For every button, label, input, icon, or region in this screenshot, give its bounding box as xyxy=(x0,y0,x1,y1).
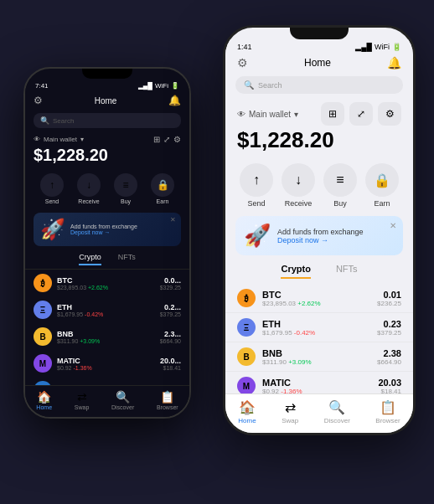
light-title: Home xyxy=(248,57,387,69)
light-nav-home[interactable]: 🏠 Home xyxy=(238,399,256,424)
dark-notifications-icon[interactable]: 🔔 xyxy=(168,95,181,106)
light-signal-icon: ▂▄█ xyxy=(355,43,372,51)
light-tab-crypto[interactable]: Crypto xyxy=(281,264,310,279)
dark-home-icon: 🏠 xyxy=(37,390,51,404)
dark-btc-row[interactable]: ₿ BTC $23,895.03 +2.62% 0.0... $329.25 xyxy=(25,270,189,296)
light-copy-icon[interactable]: ⊞ xyxy=(321,102,344,126)
dark-earn-button[interactable]: 🔒 Earn xyxy=(151,173,174,204)
dark-browser-icon: 📋 xyxy=(160,390,174,404)
light-search-bar[interactable]: 🔍 Search xyxy=(235,76,403,94)
light-deposit-link[interactable]: Deposit now → xyxy=(277,236,364,244)
phones-container: 7:41 ▂▄█ WiFi 🔋 ⚙ Home 🔔 🔍 Search 👁 Main… xyxy=(0,0,434,504)
light-status-bar: 1:41 ▂▄█ WiFi 🔋 xyxy=(225,39,413,53)
dark-btc-icon: ₿ xyxy=(34,274,52,292)
dark-dropdown-icon[interactable]: ▾ xyxy=(80,136,84,143)
dark-buy-button[interactable]: ≡ Buy xyxy=(114,173,137,204)
dark-swap-icon: ⇄ xyxy=(77,390,87,404)
light-dropdown-icon[interactable]: ▾ xyxy=(294,110,298,119)
light-eth-info: ETH $1,679.95 -0.42% xyxy=(262,319,370,337)
light-earn-button[interactable]: 🔒 Earn xyxy=(365,163,399,208)
light-bnb-info: BNB $311.90 +3.09% xyxy=(262,348,370,366)
light-search-icon: 🔍 xyxy=(244,80,254,90)
dark-copy-icon[interactable]: ⊞ xyxy=(153,135,160,144)
dark-eth-icon: Ξ xyxy=(34,301,52,319)
dark-receive-button[interactable]: ↓ Receive xyxy=(77,173,101,204)
dark-wallet-settings-icon[interactable]: ⚙ xyxy=(173,135,181,144)
light-banner-close[interactable]: ✕ xyxy=(390,221,396,230)
light-wallet-settings-icon[interactable]: ⚙ xyxy=(378,102,401,126)
light-swap-icon: ⇄ xyxy=(285,399,296,415)
dark-banner-content: Add funds from exchange Deposit now → xyxy=(70,224,137,235)
light-actions: ↑ Send ↓ Receive ≡ Buy 🔒 Earn xyxy=(225,158,413,213)
dark-nav-home[interactable]: 🏠 Home xyxy=(36,390,52,410)
light-header: ⚙ Home 🔔 xyxy=(225,53,413,73)
dark-banner-close[interactable]: ✕ xyxy=(170,216,176,224)
dark-banner-text: Add funds from exchange xyxy=(70,224,137,229)
dark-eye-icon: 👁 xyxy=(34,136,40,143)
dark-banner-emoji: 🚀 xyxy=(40,218,65,241)
dark-matic-row[interactable]: M MATIC $0.92 -1.36% 20.0... $18.41 xyxy=(25,350,189,377)
dark-send-icon: ↑ xyxy=(40,173,64,197)
light-balance: $1,228.20 xyxy=(237,127,401,153)
light-settings-icon[interactable]: ⚙ xyxy=(237,56,248,69)
light-send-button[interactable]: ↑ Send xyxy=(240,163,273,208)
light-battery-icon: 🔋 xyxy=(392,43,401,51)
dark-settings-icon[interactable]: ⚙ xyxy=(34,95,43,106)
dark-nav-discover[interactable]: 🔍 Discover xyxy=(111,390,134,410)
dark-tab-nfts[interactable]: NFTs xyxy=(118,253,136,265)
dark-time: 7:41 xyxy=(35,82,49,90)
dark-receive-icon: ↓ xyxy=(77,173,101,197)
light-banner-text: Add funds from exchange xyxy=(277,228,364,236)
dark-tab-crypto[interactable]: Crypto xyxy=(79,253,101,265)
light-wallet-section: 👁 Main wallet ▾ ⊞ ⤢ ⚙ $1,228.20 xyxy=(225,97,413,158)
dark-actions: ↑ Send ↓ Receive ≡ Buy 🔒 Earn xyxy=(25,168,189,209)
dark-expand-icon[interactable]: ⤢ xyxy=(163,135,170,144)
dark-matic-info: MATIC $0.92 -1.36% xyxy=(57,357,155,371)
dark-search-bar[interactable]: 🔍 Search xyxy=(34,113,181,128)
light-banner: 🚀 Add funds from exchange Deposit now → … xyxy=(235,216,403,255)
light-receive-button[interactable]: ↓ Receive xyxy=(282,163,315,208)
light-nav-browser[interactable]: 📋 Browser xyxy=(375,399,400,424)
dark-eth-row[interactable]: Ξ ETH $1,679.95 -0.42% 0.2... $379.25 xyxy=(25,296,189,323)
dark-discover-icon: 🔍 xyxy=(116,390,130,404)
dark-buy-icon: ≡ xyxy=(114,173,137,197)
light-receive-icon: ↓ xyxy=(282,163,315,197)
dark-nav-swap[interactable]: ⇄ Swap xyxy=(75,390,90,410)
dark-nav-browser[interactable]: 📋 Browser xyxy=(157,390,178,410)
light-status-icons: ▂▄█ WiFi 🔋 xyxy=(355,43,401,51)
light-wallet-label: 👁 Main wallet ▾ xyxy=(237,110,298,119)
dark-bottom-nav: 🏠 Home ⇄ Swap 🔍 Discover 📋 Browser xyxy=(25,385,189,417)
light-nav-discover[interactable]: 🔍 Discover xyxy=(324,399,350,424)
light-send-icon: ↑ xyxy=(240,163,273,197)
light-nav-swap[interactable]: ⇄ Swap xyxy=(282,399,298,424)
light-expand-icon[interactable]: ⤢ xyxy=(349,102,373,126)
dark-send-button[interactable]: ↑ Send xyxy=(40,173,64,204)
light-notch xyxy=(290,28,349,39)
light-btc-row[interactable]: ₿ BTC $23,895.03 +2.62% 0.01 $236.25 xyxy=(225,284,413,313)
light-browser-icon: 📋 xyxy=(380,399,396,415)
dark-deposit-link[interactable]: Deposit now → xyxy=(70,229,137,235)
light-time: 1:41 xyxy=(237,43,252,51)
light-banner-emoji: 🚀 xyxy=(244,223,271,249)
dark-bnb-row[interactable]: B BNB $311.90 +3.09% 2.3... $664.90 xyxy=(25,323,189,350)
dark-status-bar: 7:41 ▂▄█ WiFi 🔋 xyxy=(25,79,189,91)
light-discover-icon: 🔍 xyxy=(328,399,345,415)
light-bnb-row[interactable]: B BNB $311.90 +3.09% 2.38 $664.90 xyxy=(225,342,413,372)
light-eth-row[interactable]: Ξ ETH $1,679.95 -0.42% 0.23 $379.25 xyxy=(225,313,413,342)
light-tab-nfts[interactable]: NFTs xyxy=(336,264,358,279)
light-matic-info: MATIC $0.92 -1.36% xyxy=(262,378,371,395)
light-notifications-icon[interactable]: 🔔 xyxy=(387,56,401,69)
light-home-icon: 🏠 xyxy=(239,399,256,415)
dark-matic-icon: M xyxy=(34,354,52,373)
light-phone: 1:41 ▂▄█ WiFi 🔋 ⚙ Home 🔔 🔍 Search 👁 Main… xyxy=(223,25,416,435)
dark-status-icons: ▂▄█ WiFi 🔋 xyxy=(138,82,179,90)
light-buy-button[interactable]: ≡ Buy xyxy=(323,163,357,208)
dark-banner: 🚀 Add funds from exchange Deposit now → … xyxy=(34,213,181,246)
light-eye-icon: 👁 xyxy=(237,110,245,119)
dark-battery-icon: 🔋 xyxy=(171,82,179,90)
light-tabs: Crypto NFTs xyxy=(235,259,403,284)
dark-crypto-list: ₿ BTC $23,895.03 +2.62% 0.0... $329.25 Ξ… xyxy=(25,270,189,404)
light-btc-icon: ₿ xyxy=(237,289,256,307)
light-search-placeholder: Search xyxy=(258,81,282,90)
light-btc-info: BTC $23,895.03 +2.62% xyxy=(262,290,370,307)
